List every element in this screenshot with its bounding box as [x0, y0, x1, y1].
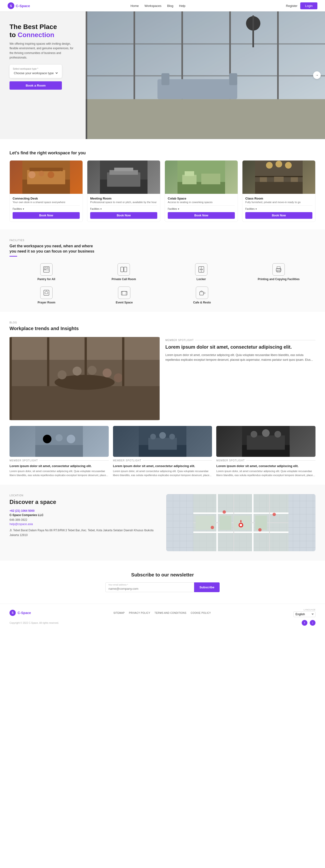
workspace-card-facilities-4[interactable]: Facilities ▾ [245, 206, 313, 210]
book-room-button[interactable]: Book a Room [9, 81, 62, 90]
newsletter-form: Your email address * Subscribe [106, 582, 219, 592]
logo-icon: S [8, 2, 14, 9]
find-workspace-section: Let's find the right workspace for you C… [0, 139, 325, 229]
footer-social-links: f i [302, 620, 316, 626]
location-title: Discover a space [9, 499, 159, 505]
facility-pantry: Pantry for All [9, 263, 83, 281]
facility-cafe-icon [196, 286, 208, 299]
book-now-btn-1[interactable]: Book Now [12, 212, 80, 219]
svg-point-89 [159, 432, 166, 439]
footer-nav-links: SITEMAP PRIVACY POLICY TERMS AND CONDITI… [114, 612, 211, 614]
workspace-card-body-2: Meeting Room Professional space to meet … [87, 194, 160, 222]
book-now-btn-2[interactable]: Book Now [90, 212, 157, 219]
blog-featured-text: Lorem ipsum dolor sit amet, consectetur … [165, 353, 316, 362]
svg-rect-107 [255, 516, 267, 530]
svg-rect-43 [43, 267, 49, 272]
facility-event-name: Event Space [116, 301, 133, 304]
blog-small-spotlight-3: MEMBER SPOTLIGHT [216, 459, 316, 462]
workspace-card-body-3: Colab Space Access to seating in coworki… [165, 194, 238, 222]
nav-workspaces[interactable]: Workspaces [144, 4, 161, 8]
svg-rect-79 [122, 337, 124, 386]
svg-point-84 [67, 435, 75, 443]
facility-pantry-name: Pantry for All [37, 278, 55, 281]
svg-point-73 [102, 369, 112, 378]
blog-small-img-1 [9, 426, 109, 457]
svg-point-95 [262, 429, 270, 437]
footer-lang-label: Language [303, 609, 316, 611]
blog-small-img-3 [216, 426, 316, 457]
workspace-card-desc-4: Fully furnished, private and move-in rea… [245, 201, 313, 204]
login-button[interactable]: Login [300, 2, 317, 9]
svg-point-113 [211, 526, 214, 529]
blog-small-spotlight-1: MEMBER SPOTLIGHT [9, 459, 109, 462]
footer-logo-icon: S [9, 610, 16, 616]
footer-lang-select[interactable]: EnglishIndonesian [293, 611, 316, 617]
blog-featured: MEMBER SPOTLIGHT Lorem ipsum dolor sit a… [9, 337, 316, 420]
blog-section-title: Workplace trends and Insights [9, 326, 316, 331]
nav-links: Home Workspaces Blog Help [130, 4, 185, 8]
footer-link-privacy[interactable]: PRIVACY POLICY [129, 612, 150, 614]
book-now-btn-4[interactable]: Book Now [245, 212, 313, 219]
workspace-card-facilities-3[interactable]: Facilities ▾ [168, 206, 235, 210]
blog-small-title-2: Lorem ipsum dolor sit amet, consectetur … [113, 464, 212, 468]
footer-logo[interactable]: S C-Space [9, 610, 31, 616]
footer-copyright: Copyright © 2022 C-Space. All rights res… [9, 622, 59, 624]
facility-printing: Printing and Copying Facilities [242, 263, 316, 281]
svg-rect-48 [124, 267, 127, 272]
hero-content: The Best Place to Connection We offering… [0, 11, 86, 139]
location-map [166, 494, 316, 551]
footer-bottom: Copyright © 2022 C-Space. All rights res… [9, 620, 316, 626]
workspace-card-desc-1: Your own desk in a shared space everywhe… [12, 201, 80, 204]
location-address: Jl. Tebet Barat Dalam Raya No.66 RT.8/RW… [9, 528, 159, 537]
hero-title: The Best Place to Connection [9, 23, 76, 39]
svg-rect-33 [185, 171, 194, 176]
subscribe-button[interactable]: Subscribe [194, 582, 219, 592]
blog-small-card-3: MEMBER SPOTLIGHT Lorem ipsum dolor sit a… [216, 426, 316, 477]
facility-locker-name: Locker [197, 278, 206, 281]
nav-blog[interactable]: Blog [167, 4, 173, 8]
blog-small-text-1: Lorem ipsum dolor, sit amet consectetur … [9, 469, 109, 477]
newsletter-input-label: Your email address * [108, 584, 128, 586]
svg-rect-106 [234, 516, 250, 530]
facilities-section: FACILITIES Get the workspace you need, w… [0, 229, 325, 312]
hero-description: We offering inspiring spaces with inviti… [9, 42, 76, 60]
nav-help[interactable]: Help [179, 4, 185, 8]
footer-language-selector: Language EnglishIndonesian [293, 609, 316, 617]
svg-rect-76 [9, 337, 12, 420]
logo[interactable]: S C-Space [8, 2, 30, 9]
book-now-btn-3[interactable]: Book Now [168, 212, 235, 219]
workspace-type-select[interactable]: Choose your workspace typeConnecting Des… [13, 71, 59, 75]
find-section-title: Let's find the right workspace for you [9, 151, 316, 156]
footer-link-sitemap[interactable]: SITEMAP [114, 612, 125, 614]
footer-link-cookie[interactable]: COOKIE POLICY [190, 612, 211, 614]
facility-pantry-icon [40, 263, 53, 276]
svg-rect-45 [47, 268, 48, 269]
facility-prayer-name: Prayer Room [38, 301, 55, 304]
workspace-card-img-4 [242, 160, 315, 194]
svg-point-111 [223, 510, 226, 514]
facility-locker-icon [195, 263, 207, 276]
nav-home[interactable]: Home [130, 4, 139, 8]
svg-rect-41 [274, 177, 284, 182]
svg-point-82 [43, 435, 51, 443]
register-button[interactable]: Register [286, 4, 297, 8]
facilities-subtitle: Get the workspace you need, when and whe… [9, 244, 100, 254]
svg-rect-87 [148, 438, 177, 450]
svg-rect-105 [219, 516, 232, 530]
workspace-card-desc-2: Professional space to meet or pitch, ava… [90, 201, 157, 204]
workspace-card-facilities-2[interactable]: Facilities ▾ [90, 206, 157, 210]
workspace-card-img-2 [87, 160, 160, 194]
footer-link-terms[interactable]: TERMS AND CONDITIONS [155, 612, 186, 614]
svg-point-22 [48, 172, 54, 178]
svg-rect-15 [86, 11, 325, 99]
newsletter-title: Subscribe to our newsletter [9, 572, 316, 578]
svg-point-21 [38, 171, 44, 177]
svg-point-53 [202, 269, 203, 270]
footer-instagram-icon[interactable]: i [310, 620, 316, 626]
location-company: C-Space Companies LLC [9, 514, 159, 517]
blog-featured-content: MEMBER SPOTLIGHT Lorem ipsum dolor sit a… [165, 337, 316, 420]
workspace-card-facilities-1[interactable]: Facilities ▾ [12, 206, 80, 210]
svg-point-52 [200, 269, 201, 270]
footer-facebook-icon[interactable]: f [302, 620, 307, 626]
hero-next-arrow[interactable]: → [313, 71, 321, 79]
